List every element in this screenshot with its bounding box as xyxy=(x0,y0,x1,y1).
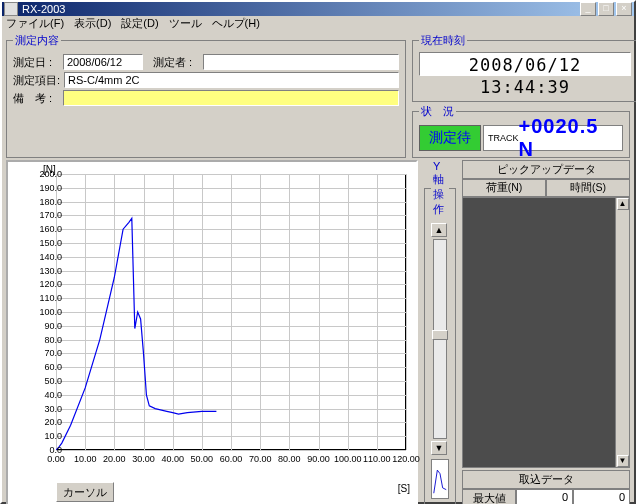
pickup-header: ピックアップデータ xyxy=(462,160,630,179)
menu-file[interactable]: ファイル(F) xyxy=(6,16,64,31)
scroll-down-icon[interactable]: ▼ xyxy=(617,455,629,467)
capture-max-v1: 0 xyxy=(516,489,573,504)
pickup-body[interactable]: ▲ ▼ xyxy=(462,197,630,468)
yaxis-up[interactable]: ▲ xyxy=(431,223,447,237)
track-label: TRACK xyxy=(488,133,519,143)
remark-value[interactable] xyxy=(63,90,399,106)
maximize-button[interactable]: □ xyxy=(598,2,614,16)
capture-max-label: 最大値 xyxy=(462,489,516,504)
chart-xlabel: [S] xyxy=(398,483,410,494)
menubar: ファイル(F) 表示(D) 設定(D) ツール ヘルプ(H) xyxy=(2,16,634,31)
status-box: 状 況 測定待 TRACK +0020.5 N xyxy=(412,104,630,158)
app-window: RX-2003 _ □ × ファイル(F) 表示(D) 設定(D) ツール ヘル… xyxy=(0,0,636,504)
operator-label: 測定者 : xyxy=(153,55,199,70)
menu-settings[interactable]: 設定(D) xyxy=(121,16,158,31)
close-button[interactable]: × xyxy=(616,2,632,16)
remark-label: 備 考 : xyxy=(13,91,59,106)
titlebar[interactable]: RX-2003 _ □ × xyxy=(2,2,634,16)
window-title: RX-2003 xyxy=(22,3,580,15)
clock-box: 現在時刻 2008/06/12 13:44:39 xyxy=(412,33,636,102)
yaxis-mini-icon xyxy=(431,459,449,499)
cursor-button[interactable]: カーソル xyxy=(56,482,114,502)
chart-line xyxy=(56,174,406,450)
chart-pane: [N] 0.010.020.030.040.050.060.070.080.09… xyxy=(6,160,418,504)
pickup-col-load: 荷重(N) xyxy=(462,179,546,197)
force-display: TRACK +0020.5 N xyxy=(483,125,623,151)
operator-value[interactable] xyxy=(203,54,399,70)
capture-max-v2: 0 xyxy=(573,489,630,504)
yaxis-slider[interactable] xyxy=(433,239,447,439)
capture-table: 取込データ 最大値 0 0 xyxy=(462,470,630,504)
yaxis-control: Y軸操作 ▲ ▼ xyxy=(424,160,456,504)
status-state: 測定待 xyxy=(419,125,481,151)
menu-view[interactable]: 表示(D) xyxy=(74,16,111,31)
measurement-info-legend: 測定内容 xyxy=(13,33,61,48)
minimize-button[interactable]: _ xyxy=(580,2,596,16)
yaxis-down[interactable]: ▼ xyxy=(431,441,447,455)
item-value[interactable]: RS-C/4mm 2C xyxy=(64,72,399,88)
menu-tools[interactable]: ツール xyxy=(169,16,202,31)
scroll-up-icon[interactable]: ▲ xyxy=(617,198,629,210)
yaxis-legend: Y軸操作 xyxy=(431,160,449,217)
capture-header: 取込データ xyxy=(462,470,630,489)
clock-legend: 現在時刻 xyxy=(419,33,467,48)
item-label: 測定項目: xyxy=(13,73,60,88)
pickup-col-time: 時間(S) xyxy=(546,179,630,197)
force-value: +0020.5 N xyxy=(519,115,618,161)
date-label: 測定日 : xyxy=(13,55,59,70)
status-legend: 状 況 xyxy=(419,104,456,119)
clock-value: 2008/06/12 13:44:39 xyxy=(419,52,631,76)
measurement-info: 測定内容 測定日 : 2008/06/12 測定者 : 測定項目: RS-C/4… xyxy=(6,33,406,158)
date-value[interactable]: 2008/06/12 xyxy=(63,54,143,70)
menu-help[interactable]: ヘルプ(H) xyxy=(212,16,260,31)
pickup-table: ピックアップデータ 荷重(N) 時間(S) ▲ ▼ xyxy=(462,160,630,468)
pickup-scrollbar[interactable]: ▲ ▼ xyxy=(615,198,629,467)
app-icon xyxy=(4,2,18,16)
